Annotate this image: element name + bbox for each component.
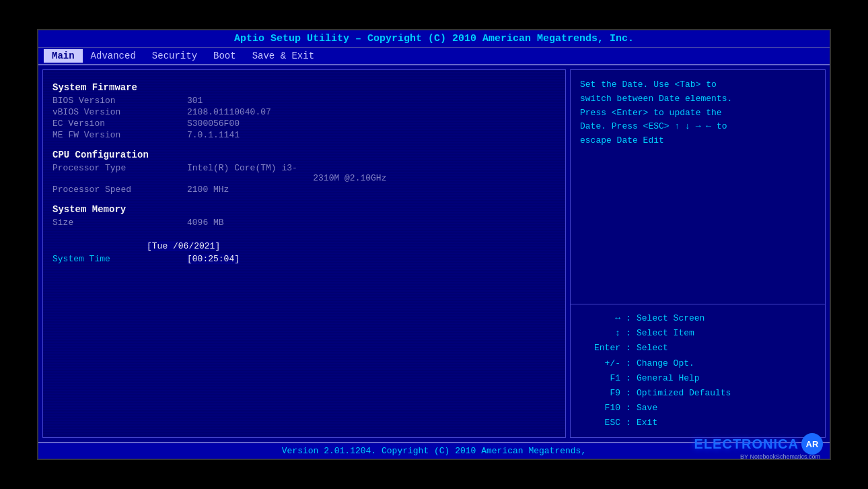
menu-item-save---exit[interactable]: Save & Exit <box>244 49 322 63</box>
title-bar: Aptio Setup Utility – Copyright (C) 2010… <box>38 30 830 48</box>
watermark-sub: BY NotebookSchematics.com <box>740 453 820 460</box>
field-memory-size: Size 4096 MB <box>52 218 556 228</box>
section-cpu: CPU Configuration <box>52 150 556 160</box>
section-memory: System Memory <box>52 204 556 215</box>
content-area: System Firmware BIOS Version 301 vBIOS V… <box>38 65 830 442</box>
key-select-screen: ↔ : Select Screen <box>580 311 816 326</box>
key-esc: ESC : Exit <box>580 416 816 430</box>
field-bios-version: BIOS Version 301 <box>52 96 556 106</box>
field-me-fw-version: ME FW Version 7.0.1.1141 <box>52 130 556 140</box>
field-ec-version: EC Version S300056F00 <box>52 119 556 129</box>
menu-item-advanced[interactable]: Advanced <box>83 49 144 63</box>
field-processor-speed: Processor Speed 2100 MHz <box>52 185 556 195</box>
section-firmware: System Firmware <box>52 82 556 93</box>
menu-item-security[interactable]: Security <box>144 49 205 63</box>
system-date-row: [Tue /06/2021] <box>52 241 556 251</box>
menu-item-main[interactable]: Main <box>44 49 83 63</box>
footer: Version 2.01.1204. Copyright (C) 2010 Am… <box>38 442 830 459</box>
right-panel: Set the Date. Use <Tab> to switch betwee… <box>570 69 826 438</box>
system-time-row: System Time [00:25:04] <box>52 254 556 264</box>
footer-text: Version 2.01.1204. Copyright (C) 2010 Am… <box>282 446 586 456</box>
key-change-opt: +/- : Change Opt. <box>580 356 816 371</box>
key-f1: F1 : General Help <box>580 371 816 386</box>
key-f10: F10 : Save <box>580 401 816 416</box>
key-select-item: ↕ : Select Item <box>580 326 816 341</box>
keybindings: ↔ : Select Screen ↕ : Select Item Enter … <box>571 304 825 437</box>
menu-bar: MainAdvancedSecurityBootSave & Exit <box>38 48 830 65</box>
menu-item-boot[interactable]: Boot <box>205 49 244 63</box>
key-f9: F9 : Optimized Defaults <box>580 386 816 401</box>
field-processor-type: Processor Type Intel(R) Core(TM) i3- 231… <box>52 163 556 183</box>
key-enter: Enter : Select <box>580 341 816 356</box>
field-vbios-version: vBIOS Version 2108.01110040.07 <box>52 107 556 117</box>
left-panel: System Firmware BIOS Version 301 vBIOS V… <box>42 69 566 438</box>
help-text: Set the Date. Use <Tab> to switch betwee… <box>571 70 825 304</box>
